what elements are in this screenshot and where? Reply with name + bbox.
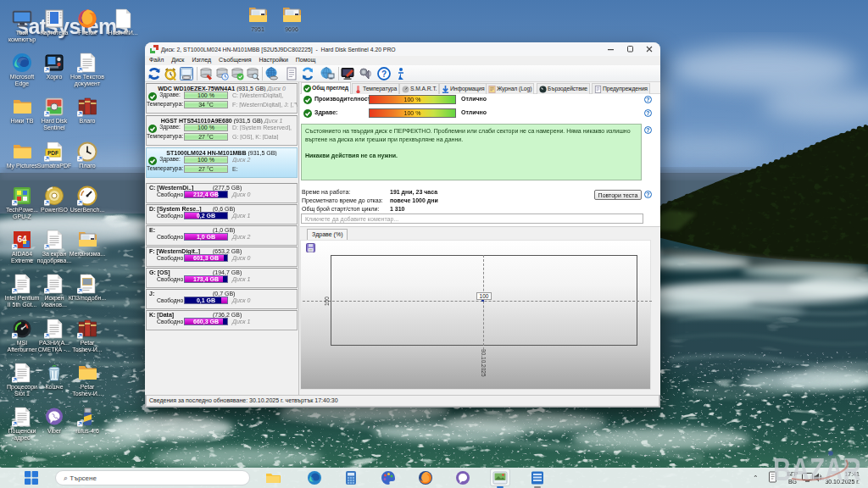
svg-text:?: ? (381, 69, 387, 79)
svg-text:BAZAR: BAZAR (773, 452, 861, 487)
